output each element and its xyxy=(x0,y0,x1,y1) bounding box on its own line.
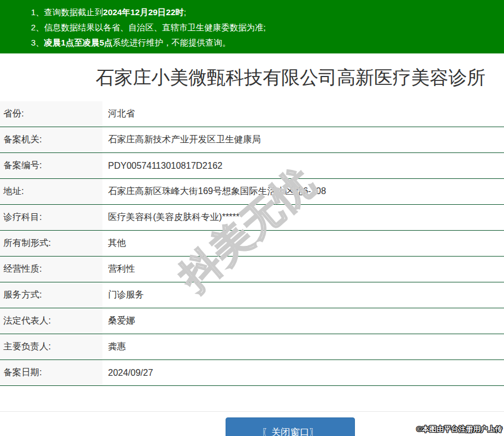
notice-bar: 1、查询数据截止到2024年12月29日22时; 2、信息数据结果以各省、自治区… xyxy=(0,0,504,53)
notice-line-2: 2、信息数据结果以各省、自治区、直辖市卫生健康委数据为准; xyxy=(31,20,498,35)
table-row-address: 地址: 石家庄高新区珠峰大街169号想象国际生活小区北6-108 xyxy=(0,179,504,205)
copyright-note: ©本图由平台注册用户上传 xyxy=(416,424,502,434)
notice-2-text: 2、信息数据结果以各省、自治区、直辖市卫生健康委数据为准; xyxy=(31,23,266,32)
row-value: 2024/09/27 xyxy=(102,360,504,385)
row-label: 法定代表人: xyxy=(0,308,102,334)
row-value: 石家庄高新技术产业开发区卫生健康局 xyxy=(102,127,504,152)
row-label: 诊疗科目: xyxy=(0,205,102,230)
table-row-registration-number: 备案编号: PDY00574113010817D2162 xyxy=(0,153,504,179)
notice-1-bold: 2024年12月29日22时 xyxy=(103,7,183,17)
close-window-button[interactable]: 〖关闭窗口〗 xyxy=(226,417,355,436)
table-row-ownership-form: 所有制形式: 其他 xyxy=(0,231,504,257)
row-label: 地址: xyxy=(0,179,102,204)
table-row-province: 省份: 河北省 xyxy=(0,101,504,127)
table-row-registration-authority: 备案机关: 石家庄高新技术产业开发区卫生健康局 xyxy=(0,127,504,153)
row-value: 石家庄高新区珠峰大街169号想象国际生活小区北6-108 xyxy=(102,179,504,204)
notice-3-suffix: 系统进行维护，不能提供查询。 xyxy=(112,38,231,47)
table-row-business-nature: 经营性质: 营利性 xyxy=(0,257,504,282)
row-label: 经营性质: xyxy=(0,257,102,282)
row-label: 备案机关: xyxy=(0,127,102,152)
footer-divider xyxy=(0,411,504,412)
row-label: 主要负责人: xyxy=(0,334,102,359)
row-value: 龚惠 xyxy=(102,334,504,359)
table-row-medical-subjects: 诊疗科目: 医疗美容科(美容皮肤科专业)****** xyxy=(0,205,504,231)
row-label: 省份: xyxy=(0,101,102,127)
row-value: 桑爱娜 xyxy=(102,308,504,334)
row-value: 河北省 xyxy=(102,101,504,127)
notice-1-text: 1、查询数据截止到 xyxy=(31,7,103,17)
row-label: 服务方式: xyxy=(0,282,102,308)
row-value: PDY00574113010817D2162 xyxy=(102,153,504,178)
page-title: 石家庄小美微甄科技有限公司高新医疗美容诊所 xyxy=(96,65,485,90)
notice-3-bold: 凌晨1点至凌晨5点 xyxy=(44,38,112,47)
notice-line-3: 3、凌晨1点至凌晨5点系统进行维护，不能提供查询。 xyxy=(31,35,498,50)
table-row-main-person-in-charge: 主要负责人: 龚惠 xyxy=(0,334,504,360)
institution-info-table: 省份: 河北省 备案机关: 石家庄高新技术产业开发区卫生健康局 备案编号: PD… xyxy=(0,101,504,386)
row-label: 备案编号: xyxy=(0,153,102,178)
table-row-legal-representative: 法定代表人: 桑爱娜 xyxy=(0,308,504,334)
row-label: 所有制形式: xyxy=(0,231,102,256)
row-value: 医疗美容科(美容皮肤科专业)****** xyxy=(102,205,504,230)
row-value: 其他 xyxy=(102,231,504,256)
row-label: 备案日期: xyxy=(0,360,102,385)
row-value: 营利性 xyxy=(102,257,504,282)
table-row-service-mode: 服务方式: 门诊服务 xyxy=(0,282,504,308)
table-row-registration-date: 备案日期: 2024/09/27 xyxy=(0,360,504,386)
notice-1-suffix: ; xyxy=(184,7,186,17)
notice-line-1: 1、查询数据截止到2024年12月29日22时; xyxy=(31,5,498,20)
row-value: 门诊服务 xyxy=(102,282,504,308)
query-result-page: 1、查询数据截止到2024年12月29日22时; 2、信息数据结果以各省、自治区… xyxy=(0,0,504,436)
notice-3-text: 3、 xyxy=(31,38,44,47)
title-section: 石家庄小美微甄科技有限公司高新医疗美容诊所 xyxy=(0,53,504,101)
